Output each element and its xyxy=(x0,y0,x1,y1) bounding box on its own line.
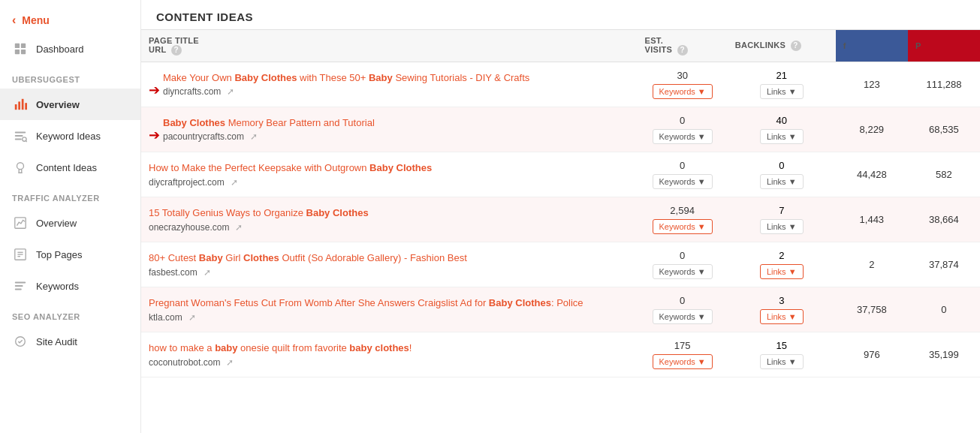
menu-label: Menu xyxy=(22,14,50,26)
svg-rect-8 xyxy=(15,132,26,134)
links-button[interactable]: Links ▼ xyxy=(760,129,804,144)
page-content: 80+ Cutest Baby Girl Clothes Outfit (So … xyxy=(149,251,467,277)
visits-cell: 0Keywords ▼ xyxy=(638,152,728,197)
facebook-cell: 37,758 xyxy=(836,287,908,332)
annotation-arrow: ➔ xyxy=(149,127,160,143)
links-button[interactable]: Links ▼ xyxy=(760,84,804,99)
dashboard-icon xyxy=(12,41,29,57)
col-header-page: PAGE TITLEURL ? xyxy=(141,30,638,62)
sidebar-item-label-keyword-ideas: Keyword Ideas xyxy=(36,131,101,142)
annotation-arrow: ➔ xyxy=(149,82,160,98)
page-title-link[interactable]: How to Make the Perfect Keepsake with Ou… xyxy=(149,162,432,173)
links-button[interactable]: Links ▼ xyxy=(760,354,804,369)
links-button[interactable]: Links ▼ xyxy=(760,264,804,279)
page-title-link[interactable]: Baby Clothes Memory Bear Pattern and Tut… xyxy=(163,117,375,128)
external-link-icon[interactable]: ➚ xyxy=(235,222,243,233)
visits-cell: 2,594Keywords ▼ xyxy=(638,197,728,242)
svg-rect-2 xyxy=(15,50,20,54)
visits-value: 0 xyxy=(680,295,685,306)
sidebar-item-keyword-ideas[interactable]: Keyword Ideas xyxy=(0,120,140,152)
page-content: Baby Clothes Memory Bear Pattern and Tut… xyxy=(163,116,375,142)
table-row: 15 Totally Genius Ways to Organize Baby … xyxy=(141,197,980,242)
page-cell: 15 Totally Genius Ways to Organize Baby … xyxy=(141,197,638,242)
sidebar-item-site-audit[interactable]: Site Audit xyxy=(0,326,140,357)
keywords-button[interactable]: Keywords ▼ xyxy=(653,264,713,279)
backlinks-help-icon[interactable]: ? xyxy=(791,41,801,51)
svg-rect-10 xyxy=(15,139,22,140)
content-ideas-icon xyxy=(12,159,29,176)
backlinks-value: 7 xyxy=(779,205,784,216)
page-content: How to Make the Perfect Keepsake with Ou… xyxy=(149,161,432,187)
keywords-button[interactable]: Keywords ▼ xyxy=(653,174,713,189)
page-cell: How to Make the Perfect Keepsake with Ou… xyxy=(141,152,638,197)
visits-value: 175 xyxy=(674,340,691,351)
sidebar-item-top-pages[interactable]: Top Pages xyxy=(0,239,140,270)
svg-line-12 xyxy=(26,140,27,142)
page-title-link[interactable]: Make Your Own Baby Clothes with These 50… xyxy=(163,72,529,83)
page-content: Pregnant Woman's Fetus Cut From Womb Aft… xyxy=(149,296,583,322)
keywords-button[interactable]: Keywords ▼ xyxy=(653,309,713,324)
backlinks-value: 0 xyxy=(779,160,784,171)
svg-rect-9 xyxy=(15,135,23,137)
page-url: diycraftproject.com➚ xyxy=(149,177,432,188)
links-button[interactable]: Links ▼ xyxy=(760,174,804,189)
sidebar: ‹ Menu Dashboard UBERSUGGEST Overview Ke… xyxy=(0,0,141,433)
svg-rect-3 xyxy=(21,50,26,54)
keywords-icon xyxy=(12,278,29,294)
page-content: 15 Totally Genius Ways to Organize Baby … xyxy=(149,206,369,232)
pinterest-cell: 38,664 xyxy=(908,197,980,242)
sidebar-item-label-top-pages: Top Pages xyxy=(36,249,82,260)
sidebar-item-keywords[interactable]: Keywords xyxy=(0,270,140,302)
traffic-overview-icon xyxy=(12,215,29,231)
external-link-icon[interactable]: ➚ xyxy=(188,312,196,323)
page-cell: Pregnant Woman's Fetus Cut From Womb Aft… xyxy=(141,287,638,332)
visits-value: 0 xyxy=(680,115,685,126)
page-cell: ➔Make Your Own Baby Clothes with These 5… xyxy=(141,62,638,107)
sidebar-item-overview[interactable]: Overview xyxy=(0,89,140,120)
site-audit-icon xyxy=(12,333,29,350)
overview-icon xyxy=(12,96,29,113)
visits-help-icon[interactable]: ? xyxy=(677,45,688,56)
pinterest-cell: 0 xyxy=(908,287,980,332)
ubersuggest-section-label: UBERSUGGEST xyxy=(0,65,140,89)
keywords-button[interactable]: Keywords ▼ xyxy=(653,84,713,99)
sidebar-item-label-dashboard: Dashboard xyxy=(36,44,84,55)
links-button[interactable]: Links ▼ xyxy=(760,219,804,234)
top-pages-icon xyxy=(12,246,29,263)
page-title-link[interactable]: 15 Totally Genius Ways to Organize Baby … xyxy=(149,207,369,218)
col-header-visits: EST.VISITS ? xyxy=(638,30,728,62)
keywords-button[interactable]: Keywords ▼ xyxy=(653,129,713,144)
keywords-button[interactable]: Keywords ▼ xyxy=(653,219,713,234)
svg-rect-6 xyxy=(22,99,24,110)
sidebar-item-label-traffic-overview: Overview xyxy=(36,218,77,229)
links-button[interactable]: Links ▼ xyxy=(760,309,804,324)
table-row: Pregnant Woman's Fetus Cut From Womb Aft… xyxy=(141,287,980,332)
chevron-left-icon: ‹ xyxy=(12,14,16,27)
svg-rect-0 xyxy=(15,44,20,48)
page-title-link[interactable]: Pregnant Woman's Fetus Cut From Womb Aft… xyxy=(149,297,583,308)
page-title-link[interactable]: how to make a baby onesie quilt from fav… xyxy=(149,342,412,353)
page-title-link[interactable]: 80+ Cutest Baby Girl Clothes Outfit (So … xyxy=(149,252,467,263)
sidebar-item-label-content-ideas: Content Ideas xyxy=(36,162,97,173)
external-link-icon[interactable]: ➚ xyxy=(227,86,234,97)
keywords-button[interactable]: Keywords ▼ xyxy=(653,354,713,369)
sidebar-item-dashboard[interactable]: Dashboard xyxy=(0,33,140,65)
facebook-cell: 123 xyxy=(836,62,908,107)
external-link-icon[interactable]: ➚ xyxy=(231,177,238,188)
svg-rect-1 xyxy=(21,44,26,48)
page-help-icon[interactable]: ? xyxy=(171,45,182,56)
external-link-icon[interactable]: ➚ xyxy=(204,267,211,278)
section-title: CONTENT IDEAS xyxy=(141,0,980,29)
external-link-icon[interactable]: ➚ xyxy=(250,131,258,142)
facebook-cell: 44,428 xyxy=(836,152,908,197)
menu-button[interactable]: ‹ Menu xyxy=(0,8,140,33)
pinterest-cell: 582 xyxy=(908,152,980,197)
sidebar-item-traffic-overview[interactable]: Overview xyxy=(0,207,140,239)
svg-rect-5 xyxy=(18,101,20,110)
external-link-icon[interactable]: ➚ xyxy=(226,357,234,368)
facebook-cell: 8,229 xyxy=(836,107,908,152)
backlinks-cell: 3Links ▼ xyxy=(728,287,836,332)
col-header-backlinks: BACKLINKS ? xyxy=(728,30,836,62)
main-content: CONTENT IDEAS PAGE TITLEURL ? EST.VISITS… xyxy=(141,0,980,433)
sidebar-item-content-ideas[interactable]: Content Ideas xyxy=(0,152,140,183)
